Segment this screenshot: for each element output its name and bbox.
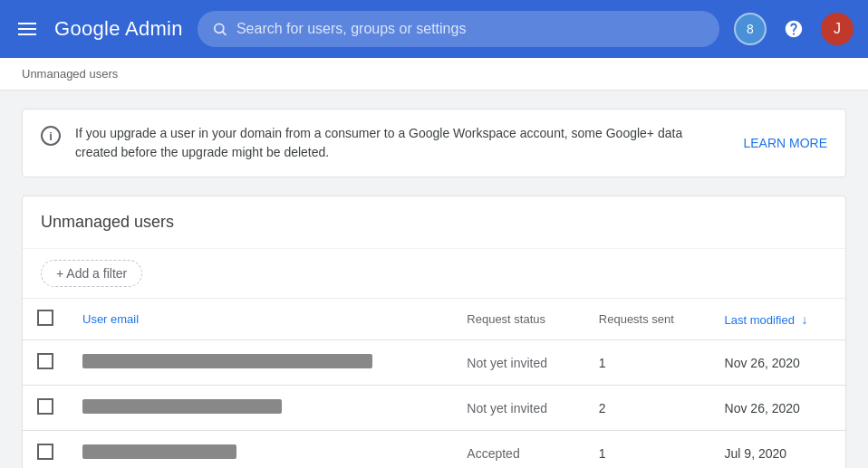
status-value: Not yet invited (467, 401, 547, 415)
breadcrumb: Unmanaged users (0, 58, 868, 91)
table-header-row: User email Request status Requests sent … (23, 299, 845, 340)
app-header: Google Admin 8 J (0, 0, 868, 58)
status-value: Not yet invited (467, 356, 547, 370)
row-checkbox-cell (23, 431, 68, 469)
table-row: Not yet invited 2 Nov 26, 2020 (23, 386, 845, 431)
row-email (68, 340, 452, 386)
email-placeholder (82, 444, 236, 459)
search-icon (212, 21, 227, 37)
main-content: i If you upgrade a user in your domain f… (0, 91, 868, 468)
search-bar[interactable] (198, 11, 719, 47)
unmanaged-users-card: Unmanaged users + Add a filter User emai… (22, 196, 846, 468)
row-email (68, 431, 452, 469)
info-icon: i (41, 126, 61, 146)
info-banner: i If you upgrade a user in your domain f… (22, 109, 846, 177)
search-input[interactable] (236, 21, 705, 37)
breadcrumb-text: Unmanaged users (22, 67, 118, 81)
requests-count-value: 1 (599, 446, 606, 461)
card-title: Unmanaged users (23, 196, 845, 249)
app-logo: Google Admin (54, 17, 183, 41)
help-button[interactable] (777, 13, 810, 45)
status-value: Accepted (467, 446, 519, 461)
date-value: Jul 9, 2020 (725, 446, 787, 461)
row-status: Not yet invited (452, 340, 584, 386)
table-row: Not yet invited 1 Nov 26, 2020 (23, 340, 845, 386)
row-checkbox-cell (23, 340, 68, 386)
row-checkbox[interactable] (37, 353, 53, 369)
row-requests-sent: 1 (584, 431, 710, 469)
add-filter-label: + Add a filter (56, 266, 127, 281)
date-value: Nov 26, 2020 (725, 356, 800, 370)
col-requests-sent: Requests sent (584, 299, 710, 340)
select-all-checkbox-cell (23, 299, 68, 340)
row-requests-sent: 2 (584, 386, 710, 431)
user-avatar[interactable]: J (821, 13, 854, 45)
email-placeholder (82, 399, 282, 414)
learn-more-link[interactable]: LEARN MORE (743, 136, 827, 150)
row-checkbox[interactable] (37, 444, 53, 460)
col-email: User email (68, 299, 452, 340)
users-table: User email Request status Requests sent … (23, 299, 845, 468)
sort-down-icon: ↓ (802, 312, 808, 327)
notifications-badge[interactable]: 8 (734, 13, 767, 45)
row-requests-sent: 1 (584, 340, 710, 386)
email-placeholder (82, 354, 372, 368)
col-request-status: Request status (452, 299, 584, 340)
row-email (68, 386, 452, 431)
date-value: Nov 26, 2020 (725, 401, 800, 415)
row-checkbox-cell (23, 386, 68, 431)
col-last-modified[interactable]: Last modified ↓ (710, 299, 845, 340)
table-row: Accepted 1 Jul 9, 2020 (23, 431, 845, 469)
row-status: Not yet invited (452, 386, 584, 431)
menu-button[interactable] (14, 19, 40, 39)
header-actions: 8 J (734, 13, 854, 45)
requests-count-value: 2 (599, 401, 606, 415)
svg-line-1 (223, 32, 226, 34)
row-last-modified: Nov 26, 2020 (710, 386, 845, 431)
row-last-modified: Nov 26, 2020 (710, 340, 845, 386)
row-checkbox[interactable] (37, 398, 53, 415)
row-status: Accepted (452, 431, 584, 469)
info-banner-text: If you upgrade a user in your domain fro… (75, 124, 728, 162)
requests-count-value: 1 (599, 356, 606, 370)
add-filter-button[interactable]: + Add a filter (41, 260, 142, 287)
filter-bar: + Add a filter (23, 249, 845, 299)
row-last-modified: Jul 9, 2020 (710, 431, 845, 469)
select-all-checkbox[interactable] (37, 310, 53, 326)
